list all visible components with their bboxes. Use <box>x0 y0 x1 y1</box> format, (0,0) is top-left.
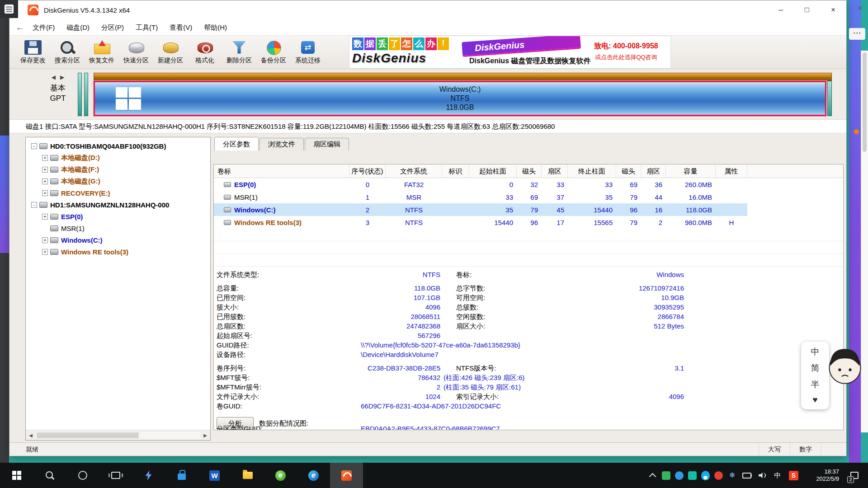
action-center-button[interactable]: 2 <box>844 463 865 488</box>
minimize-button[interactable]: – <box>768 0 794 19</box>
tray-icon-snowflake[interactable]: ❄ <box>727 470 737 480</box>
background-close-icon[interactable]: × <box>858 4 863 13</box>
menu-item[interactable]: 工具(T) <box>130 20 164 35</box>
tray-icon-volume[interactable] <box>756 470 766 480</box>
ad-contact[interactable]: 致电: 400-008-9958 或点击此处选择QQ咨询 <box>582 36 670 68</box>
tray-icon-chevron[interactable] <box>647 470 657 480</box>
table-header-cell[interactable]: 序号(状态) <box>349 164 386 178</box>
table-header-cell[interactable]: 扇区 <box>641 164 666 178</box>
scrollbar-thumb[interactable] <box>863 52 867 152</box>
ad-banner[interactable]: 数据丢了怎么办! DiskGenius DiskGenius DiskGeniu… <box>349 36 671 69</box>
toolbar-button-backup[interactable]: 备份分区 <box>256 36 291 69</box>
input-method-state[interactable]: 半 <box>811 379 820 390</box>
toolbar-button-del[interactable]: 删除分区 <box>222 36 256 69</box>
expand-toggle-icon[interactable]: + <box>42 249 48 255</box>
taskbar-app-lightning[interactable] <box>132 463 165 488</box>
taskbar-app-explorer[interactable] <box>231 463 264 488</box>
taskbar-app-tsearch[interactable] <box>33 463 66 488</box>
tray-icon-appgreen[interactable] <box>662 471 670 480</box>
expand-toggle-icon[interactable]: + <box>42 214 48 220</box>
partition-esp-mini-bar[interactable] <box>78 73 82 116</box>
taskbar-app-diskgenius[interactable] <box>330 463 363 488</box>
table-header-cell[interactable]: 标识 <box>442 164 469 178</box>
table-header-cell[interactable]: 容量 <box>666 164 716 178</box>
tree-item[interactable]: + 本地磁盘(F:) <box>26 164 210 175</box>
tree-item[interactable]: + Windows RE tools(3) <box>26 246 210 258</box>
expand-toggle-icon[interactable]: + <box>42 155 48 161</box>
tray-icon-qq[interactable] <box>701 471 710 480</box>
toolbar-button-search[interactable]: 搜索分区 <box>50 36 85 69</box>
nav-left-icon[interactable]: ◀ <box>52 74 56 80</box>
tree-item[interactable]: + RECOVERY(E:) <box>26 187 210 199</box>
toolbar-button-save[interactable]: 保存更改 <box>16 36 50 69</box>
expand-toggle-icon[interactable]: - <box>31 202 37 208</box>
table-header-cell[interactable]: 卷标 <box>214 164 349 178</box>
toolbar-button-recover[interactable]: 恢复文件 <box>85 36 119 69</box>
tab[interactable]: 分区参数 <box>214 137 259 150</box>
taskbar-app-start[interactable] <box>0 463 33 488</box>
taskbar-app-store[interactable] <box>165 463 198 488</box>
scroll-thumb[interactable] <box>37 432 139 438</box>
table-header-cell[interactable]: 属性 <box>716 164 747 178</box>
partition-row[interactable]: MSR(1) 1 MSR 33 69 37 35 79 44 16.0MB <box>214 191 747 203</box>
taskbar-app-cortana[interactable] <box>66 463 99 488</box>
tree-item[interactable]: - HD0:TOSHIBAMQ04ABF100(932GB) <box>26 140 210 152</box>
menu-item[interactable]: 磁盘(D) <box>61 20 95 35</box>
toolbar-button-format[interactable]: 格式化 <box>188 36 222 69</box>
menu-item[interactable]: 查看(V) <box>164 20 198 35</box>
partition-row[interactable]: ESP(0) 0 FAT32 0 32 33 33 69 36 260.0MB <box>214 178 747 191</box>
input-method-state[interactable]: ♥ <box>812 395 817 405</box>
background-window-icon[interactable] <box>0 0 18 18</box>
menu-item[interactable]: 分区(P) <box>95 20 130 35</box>
toolbar-button-migrate[interactable]: 系统迁移 <box>291 36 325 69</box>
input-method-state[interactable]: 简 <box>811 362 820 374</box>
partition-re-tools-bar[interactable] <box>827 81 832 116</box>
ad-qq-link[interactable]: 或点击此处选择QQ咨询 <box>582 53 670 61</box>
menu-item[interactable]: 文件(F) <box>27 20 61 35</box>
tree-item[interactable]: + 本地磁盘(D:) <box>26 152 210 164</box>
input-method-bar[interactable]: 中简半♥ <box>801 342 829 409</box>
partition-row[interactable]: Windows RE tools(3) 3 NTFS 15440 96 17 1… <box>214 216 747 229</box>
table-header-cell[interactable]: 终止柱面 <box>568 164 616 178</box>
scroll-right-icon[interactable]: ▶ <box>200 433 210 438</box>
expand-toggle-icon[interactable]: + <box>42 237 48 243</box>
taskbar-clock[interactable]: 18:37 2022/5/9 <box>803 468 839 483</box>
tab[interactable]: 浏览文件 <box>259 138 304 150</box>
taskbar-app-edge[interactable]: e <box>297 463 330 488</box>
taskbar-app-word[interactable]: W <box>198 463 231 488</box>
taskbar-app-greenbrowser[interactable]: e <box>264 463 297 488</box>
toolbar-button-quick[interactable]: 快速分区 <box>119 36 153 69</box>
menu-item[interactable]: 帮助(H) <box>198 20 233 35</box>
input-language-indicator[interactable]: 中 <box>771 471 784 480</box>
nav-right-icon[interactable]: ▶ <box>60 74 64 80</box>
expand-toggle-icon[interactable]: - <box>31 143 37 149</box>
tree-hscrollbar[interactable]: ◀ ▶ <box>26 430 210 440</box>
table-header-cell[interactable]: 磁头 <box>517 164 542 178</box>
table-header-cell[interactable]: 扇区 <box>542 164 568 178</box>
close-button[interactable]: × <box>820 0 846 19</box>
table-header-cell[interactable]: 磁头 <box>616 164 641 178</box>
partition-windows-c-bar[interactable]: Windows(C:) NTFS 118.0GB <box>94 81 826 116</box>
taskbar-app-taskview[interactable] <box>99 463 132 488</box>
maximize-button[interactable]: □ <box>794 0 820 19</box>
toolbar-button-new[interactable]: 新建分区 <box>153 36 188 69</box>
expand-toggle-icon[interactable]: + <box>42 178 48 184</box>
tree-item[interactable]: - HD1:SAMSUNGMZNLN128HAHQ-000 <box>26 199 210 211</box>
mascot-face[interactable] <box>827 346 863 388</box>
overflow-menu-icon[interactable]: ⋯ <box>849 28 865 40</box>
tray-icon-appblue[interactable] <box>675 471 684 480</box>
input-method-state[interactable]: 中 <box>811 346 820 358</box>
scroll-left-icon[interactable]: ◀ <box>26 433 36 438</box>
table-header-cell[interactable]: 文件系统 <box>386 164 442 178</box>
tray-icon-appred[interactable] <box>714 471 723 480</box>
back-arrow-icon[interactable]: ← <box>13 23 27 33</box>
tray-icon-battery[interactable] <box>742 470 752 480</box>
tray-icon-appteal[interactable] <box>688 471 697 480</box>
expand-toggle-icon[interactable]: + <box>42 167 48 173</box>
partition-msr-mini-bar[interactable] <box>84 73 88 116</box>
tree-item[interactable]: + ESP(0) <box>26 211 210 222</box>
title-bar[interactable]: DiskGenius V5.4.3.1342 x64 – □ × <box>9 0 846 19</box>
partition-row[interactable]: Windows(C:) 2 NTFS 35 79 45 15440 96 16 … <box>214 203 747 216</box>
tree-item[interactable]: + 本地磁盘(G:) <box>26 175 210 187</box>
scroll-track[interactable] <box>36 432 200 439</box>
